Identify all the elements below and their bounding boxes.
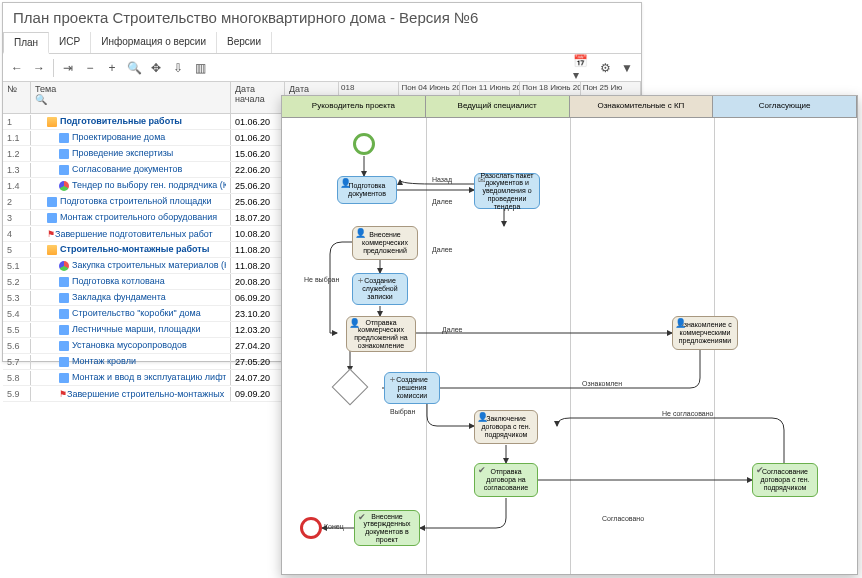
end-label: Конец	[324, 523, 344, 530]
tabs: План ИСР Информация о версии Версии	[3, 32, 641, 54]
task-send-proposals[interactable]: 👤Отправка коммерческих предложений на оз…	[346, 316, 416, 352]
row-start: 23.10.20	[231, 307, 285, 321]
task-enter-approved[interactable]: ✔Внесение утвержденных документов в прое…	[354, 510, 420, 546]
lane-1: Руководитель проекта	[282, 96, 426, 117]
edge-next-2: Далее	[432, 246, 453, 253]
row-num: 5.2	[3, 275, 31, 289]
zoom-out-icon[interactable]: −	[80, 58, 100, 78]
tab-versions[interactable]: Версии	[217, 32, 272, 53]
row-start: 11.08.20	[231, 243, 285, 257]
end-event[interactable]	[300, 517, 322, 539]
tab-version-info[interactable]: Информация о версии	[91, 32, 217, 53]
row-name[interactable]: Согласование документов	[35, 164, 226, 175]
row-name[interactable]: Подготовка котлована	[35, 276, 226, 287]
search-icon[interactable]: 🔍	[124, 58, 144, 78]
doc-icon	[59, 373, 69, 383]
user-icon: 👤	[355, 229, 365, 239]
search-icon: 🔍	[35, 94, 47, 105]
row-num: 5.9	[3, 387, 31, 401]
row-name[interactable]: Строительно-монтажные работы	[35, 244, 226, 255]
doc-icon	[59, 309, 69, 319]
col-start: Дата начала	[231, 82, 285, 113]
flag-icon: ⚑	[59, 389, 67, 399]
col-num: №	[3, 82, 31, 113]
row-name[interactable]: Строительство "коробки" дома	[35, 308, 226, 319]
row-num: 1.2	[3, 147, 31, 161]
col-theme: Тема 🔍	[31, 82, 231, 113]
link-icon[interactable]: ⇩	[168, 58, 188, 78]
tab-isr[interactable]: ИСР	[49, 32, 91, 53]
row-name[interactable]: ⚑Завершение строительно-монтажных работ	[35, 389, 226, 399]
row-name[interactable]: Проведение экспертизы	[35, 148, 226, 159]
row-start: 01.06.20	[231, 115, 285, 129]
row-name[interactable]: Тендер по выбору ген. подрядчика (Карта)	[35, 180, 226, 191]
zoom-in-icon[interactable]: +	[102, 58, 122, 78]
user-icon: 👤	[349, 319, 359, 329]
page-title: План проекта Строительство многоквартирн…	[3, 3, 641, 32]
row-num: 5.1	[3, 259, 31, 273]
folder-icon	[47, 117, 57, 127]
task-send-contract[interactable]: ✔Отправка договора на согласование	[474, 463, 538, 497]
doc-icon	[59, 357, 69, 367]
row-num: 2	[3, 195, 31, 209]
plus-icon: ＋	[387, 375, 397, 385]
row-num: 5.5	[3, 323, 31, 337]
row-start: 18.07.20	[231, 211, 285, 225]
calendar-icon[interactable]: 📅▾	[573, 58, 593, 78]
row-start: 22.06.20	[231, 163, 285, 177]
row-num: 3	[3, 211, 31, 225]
edge-next-3: Далее	[442, 326, 463, 333]
send-icon: ✉	[477, 176, 487, 186]
user-icon: 👤	[477, 413, 487, 423]
start-event[interactable]	[353, 133, 375, 155]
task-prepare-docs[interactable]: 👤Подготовка документов	[337, 176, 397, 204]
row-start: 15.06.20	[231, 147, 285, 161]
collapse-icon[interactable]: ⇥	[58, 58, 78, 78]
row-name[interactable]: Установка мусоропроводов	[35, 340, 226, 351]
row-name[interactable]: Подготовительные работы	[35, 116, 226, 127]
row-start: 20.08.20	[231, 275, 285, 289]
edge-approved: Согласовано	[602, 515, 644, 522]
row-num: 1.3	[3, 163, 31, 177]
row-name[interactable]: Проектирование дома	[35, 132, 226, 143]
gateway-selection[interactable]	[332, 369, 369, 406]
user-icon: 👤	[675, 319, 685, 329]
row-num: 1	[3, 115, 31, 129]
row-num: 5.4	[3, 307, 31, 321]
chart-icon[interactable]: ▥	[190, 58, 210, 78]
task-approve-contract[interactable]: ✔Согласование договора с ген. подрядчико…	[752, 463, 818, 497]
settings-icon[interactable]: ⚙	[595, 58, 615, 78]
row-name[interactable]: Закупка строительных материалов (Карта)	[35, 260, 226, 271]
task-create-memo[interactable]: ＋Создание служебной записки	[352, 273, 408, 305]
row-start: 09.09.20	[231, 387, 285, 401]
doc-icon	[59, 341, 69, 351]
doc-icon	[59, 325, 69, 335]
lane-2: Ведущий специалист	[426, 96, 570, 117]
outdent-icon[interactable]: ←	[7, 58, 27, 78]
row-start: 06.09.20	[231, 291, 285, 305]
filter-icon[interactable]: ▼	[617, 58, 637, 78]
pie-icon	[59, 261, 69, 271]
task-enter-proposals[interactable]: 👤Внесение коммерческих предложений	[352, 226, 418, 260]
row-name[interactable]: Монтаж кровли	[35, 356, 226, 367]
row-name[interactable]: Монтаж строительного оборудования	[35, 212, 226, 223]
row-name[interactable]: Монтаж и ввод в эксплуатацию лифтов	[35, 372, 226, 383]
doc-icon	[59, 293, 69, 303]
edge-reviewed: Ознакомлен	[582, 380, 622, 387]
tab-plan[interactable]: План	[3, 32, 49, 54]
user-icon: 👤	[340, 179, 350, 189]
row-num: 5.6	[3, 339, 31, 353]
row-name[interactable]: Закладка фундамента	[35, 292, 226, 303]
folder-icon	[47, 245, 57, 255]
row-num: 4	[3, 227, 31, 241]
row-name[interactable]: Лестничные марши, площадки	[35, 324, 226, 335]
task-review-proposals[interactable]: 👤Ознакомление с коммерческими предложени…	[672, 316, 738, 350]
row-start: 10.08.20	[231, 227, 285, 241]
task-contract[interactable]: 👤Заключение договора с ген. подрядчиком	[474, 410, 538, 444]
task-send-package[interactable]: ✉Разослать пакет документов и уведомлени…	[474, 173, 540, 209]
move-icon[interactable]: ✥	[146, 58, 166, 78]
row-name[interactable]: ⚑Завершение подготовительных работ	[35, 229, 226, 239]
indent-icon[interactable]: →	[29, 58, 49, 78]
task-create-decision[interactable]: ＋Создание решения комиссии	[384, 372, 440, 404]
row-name[interactable]: Подготовка строительной площадки	[35, 196, 226, 207]
